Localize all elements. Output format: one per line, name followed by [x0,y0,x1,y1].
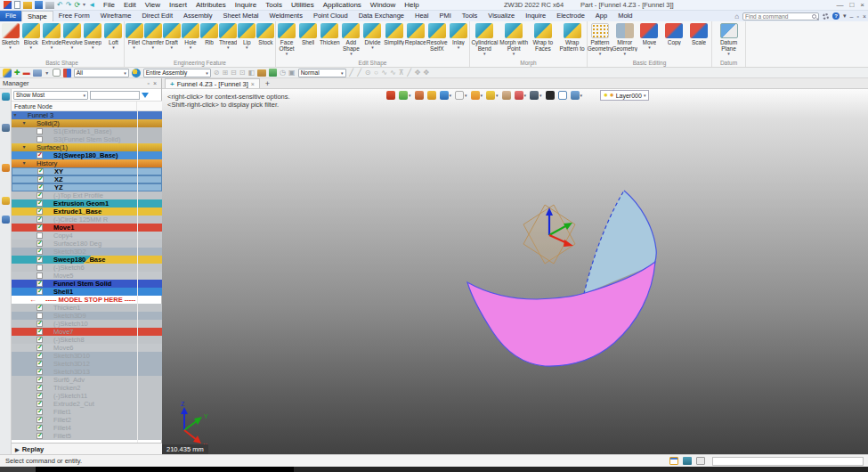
polygon-select-icon[interactable] [53,69,61,77]
feature-checkbox[interactable] [37,377,43,383]
inlay-button[interactable]: Inlay ▾ [448,22,469,49]
tree-row[interactable]: Sketch3D13 [12,368,162,376]
menu-item[interactable]: Inquire [231,0,261,11]
expand-arrow-icon[interactable] [12,111,19,119]
viewport-canvas[interactable]: Z Y X <right-click> for context-sensitiv… [162,89,868,454]
insert-image-icon[interactable] [33,69,42,77]
feature-checkbox[interactable] [37,256,43,263]
section-icon[interactable]: ▾ [546,91,555,100]
cylindrical-bend-button[interactable]: Cylindrical Bend ▾ [470,22,499,55]
panel-window-icon[interactable] [696,457,705,465]
feature-checkbox[interactable] [37,216,43,223]
ribbon-tab[interactable]: Visualize [483,11,520,21]
draft-button[interactable]: Draft ▾ [162,22,181,49]
feature-checkbox[interactable] [37,273,43,279]
pattern-geometry-button[interactable]: Pattern Geometry ▾ [588,22,612,55]
tree-row[interactable]: Funnel Stem Solid [12,280,162,288]
funnel-front-surface[interactable] [467,262,655,366]
tree-row[interactable]: S1(Extrude1_Base) [12,127,162,135]
circle-icon[interactable]: ⊙ [365,69,371,77]
tree-row[interactable]: Sketch3D9 [12,312,162,320]
ribbon-tab[interactable]: File [0,11,21,21]
extrude-button[interactable]: Extrude ▾ [41,22,61,49]
menu-item[interactable]: Utilities [287,0,319,11]
doc-restore-button[interactable]: ▫ [856,13,858,20]
lip-button[interactable]: Lip ▾ [238,22,256,49]
monitor-icon[interactable]: ▾ [530,91,542,100]
feature-checkbox[interactable] [37,168,44,175]
compare-icon[interactable]: ◧ [248,69,256,77]
manager-close-button[interactable]: × [151,80,158,86]
replace-button[interactable]: Replace ▾ [405,22,426,45]
menu-item[interactable]: View [141,0,165,11]
feature-checkbox[interactable] [37,224,43,231]
spline-icon[interactable]: ∿ [381,69,387,77]
regen-icon[interactable]: ⟳ [74,1,80,9]
panel-tab-manager-icon[interactable] [2,93,10,101]
resolve-selfx-button[interactable]: Resolve SelfX ▾ [426,22,448,52]
tree-row[interactable]: (-)Top Ext Profile [12,191,162,199]
render-mode-combo[interactable]: Normal ▾ [298,69,346,77]
menu-item[interactable]: Window [366,0,400,11]
doc-minimize-button[interactable]: – [850,13,854,20]
help-caret-icon[interactable]: ▾ [843,12,847,20]
ribbon-tab[interactable]: Assembly [178,11,218,21]
ribbon-tab[interactable]: Point Cloud [308,11,353,21]
wrap-to-faces-button[interactable]: Wrap to Faces ▾ [529,22,558,52]
feature-checkbox[interactable] [37,369,43,375]
brush-icon[interactable]: ▾ [415,91,424,100]
tree-row[interactable]: Fillet2 [12,416,162,424]
tree-row[interactable]: (-)Sketch8 [12,336,162,344]
ribbon-tab[interactable]: Heal [410,11,434,21]
panel-tab-user-icon[interactable] [2,216,10,224]
remove-entity-icon[interactable]: ▬ [23,69,30,77]
tree-row[interactable]: Fillet1 [12,408,162,416]
feature-checkbox[interactable] [37,329,43,335]
feature-checkbox[interactable] [37,337,43,343]
window-mode-icon[interactable]: ▣ [288,69,296,77]
minimize-button[interactable]: — [836,0,843,11]
expand-arrow-icon[interactable] [20,159,28,167]
layer-combo[interactable]: ● ● Layer000 ▾ [600,90,649,101]
ribbon-tab[interactable]: Inquire [520,11,551,21]
feature-checkbox[interactable] [37,321,43,327]
segment-icon[interactable]: ╱ [407,69,412,77]
menu-item[interactable]: Insert [165,0,191,11]
feature-checkbox[interactable] [37,393,43,399]
feature-checkbox[interactable] [37,176,44,183]
tree-row[interactable]: Move7 [12,328,162,336]
tree-row[interactable]: (-)Circle 125MM R [12,216,162,224]
tree-row[interactable]: (-)Sketch11 [12,392,162,400]
link-icon[interactable]: ⊞ [222,69,228,77]
feature-checkbox[interactable] [37,232,43,239]
move-button[interactable]: Move ▾ [637,22,662,49]
redo-icon[interactable]: ↷ [66,1,72,9]
regen-caret-icon[interactable]: ▾ [83,1,85,9]
perspective-icon[interactable]: ▾ [455,91,467,100]
expand-arrow-icon[interactable] [20,143,28,151]
frame-icon[interactable]: ▾ [558,91,567,100]
shell-button[interactable]: Shell ▾ [297,22,319,45]
doc-close-button[interactable]: × [863,13,866,20]
feature-checkbox[interactable] [37,313,43,319]
thicken-button[interactable]: Thicken ▾ [319,22,340,45]
loft-button[interactable]: Loft ▾ [103,22,124,49]
feature-checkbox[interactable] [37,152,43,159]
mirror-geometry-button[interactable]: Mirror Geometry ▾ [612,22,637,55]
tree-row[interactable]: Fillet4 [12,424,162,432]
tree-row[interactable]: (-)Sketch6 [12,264,162,272]
feature-checkbox[interactable] [37,240,43,247]
tree-search-input[interactable] [90,91,140,100]
feature-checkbox[interactable] [37,200,43,207]
morph-with-point-button[interactable]: Morph with Point ▾ [499,22,529,55]
feature-checkbox[interactable] [37,417,43,423]
grab-icon[interactable]: ✥ [415,69,421,77]
menu-item[interactable]: Tools [261,0,287,11]
new-file-icon[interactable] [14,1,20,9]
line-icon[interactable]: ╱ [349,69,354,77]
feature-checkbox[interactable] [37,184,44,191]
ribbon-tab[interactable]: Shape [21,11,53,21]
tree-row[interactable]: ----- MODEL STOP HERE ----- [12,296,29,304]
tree-row[interactable]: Move1 [12,224,162,232]
ribbon-tab[interactable]: Tools [457,11,483,21]
